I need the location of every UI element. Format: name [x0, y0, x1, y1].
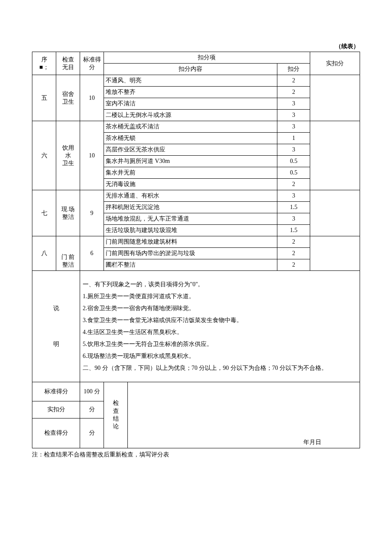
content-cell: 堆放不整齐	[104, 87, 277, 98]
content-cell: 无消毒设施	[104, 179, 277, 190]
header-deduction: 扣分项	[104, 52, 310, 64]
std-score-label-cell: 标准得分	[32, 382, 80, 401]
points-cell: 1.5	[277, 202, 310, 213]
content-cell: 门前周围有场内带出的淤泥与垃圾	[104, 248, 277, 259]
conclusion-label-cell: 检 查 结 论	[104, 382, 128, 448]
points-cell: 1.5	[277, 225, 310, 236]
summary-table: 标准得分 100 分 检 查 结 论 年月日 实扣分 分 检查得分 分	[32, 382, 360, 448]
seq-cell: 七	[32, 190, 56, 236]
table-row: 六 饮用 水 卫生 10 茶水桶无盖或不清洁 3	[32, 121, 360, 133]
table-row: 七 现 场 整洁 9 无排水通道、有积水 3	[32, 190, 360, 202]
conclusion-cell: 年月日	[128, 382, 360, 448]
item-name-cell: 饮用 水 卫生	[56, 121, 80, 190]
std-score-value-cell: 100 分	[80, 382, 104, 401]
content-cell: 圃栏不整洁	[104, 259, 277, 271]
content-cell: 拌和机附近无沉淀池	[104, 202, 277, 213]
header-item: 检查 无目	[56, 52, 80, 75]
points-cell: 3	[277, 190, 310, 202]
content-cell: 茶水桶无盖或不清洁	[104, 121, 277, 133]
header-deduction-points: 扣分	[277, 64, 310, 75]
std-score-cell: 6	[80, 236, 104, 271]
content-cell: 不通风、明亮	[104, 75, 277, 87]
content-cell: 高层作业区无茶水供应	[104, 144, 277, 156]
actual-value-cell: 分	[80, 401, 104, 418]
points-cell: 2	[277, 259, 310, 271]
check-score-label-cell: 检查得分	[32, 418, 80, 448]
item-name-cell: 门 前 整洁	[56, 236, 80, 271]
actual-cell	[310, 121, 360, 190]
std-score-cell: 10	[80, 75, 104, 121]
content-cell: 集水井与厕所河道 V30m	[104, 156, 277, 167]
check-score-value-cell: 分	[80, 418, 104, 448]
header-actual-deduction: 实扣分	[310, 52, 360, 75]
header-row: 序 ■； 检查 无目 标准得 分 扣分项 实扣分	[32, 52, 360, 64]
header-std-score: 标准得 分	[80, 52, 104, 75]
item-name-cell: 宿舍 卫生	[56, 75, 80, 121]
actual-cell	[310, 190, 360, 236]
header-deduction-content: 扣分内容	[104, 64, 277, 75]
footnote: 注：检查结果不合格需整改后重新检查，填写评分表	[32, 451, 360, 459]
points-cell: 2	[277, 87, 310, 98]
actual-label-cell: 实扣分	[32, 401, 80, 418]
points-cell: 2	[277, 75, 310, 87]
points-cell: 1	[277, 133, 310, 144]
notes-row: 说 明 一、有下列现象之一的，该类目项得分为"0"。 1.厕所卫生类一一粪便直排…	[32, 271, 360, 382]
table-row: 五 宿舍 卫生 10 不通风、明亮 2	[32, 75, 360, 87]
content-cell: 场地堆放混乱，无人车正常通道	[104, 213, 277, 225]
points-cell: 0.5	[277, 156, 310, 167]
table-row: 八 门 前 整洁 6 门前周围随意堆放建筑材料 2	[32, 236, 360, 248]
continued-label: （续表）	[32, 43, 360, 50]
content-cell: 茶水桶无锁	[104, 133, 277, 144]
seq-cell: 六	[32, 121, 56, 190]
points-cell: 2	[277, 179, 310, 190]
points-cell: 2	[277, 236, 310, 248]
header-seq: 序 ■；	[32, 52, 56, 75]
seq-cell: 八	[32, 236, 56, 271]
notes-content: 一、有下列现象之一的，该类目项得分为"0"。 1.厕所卫生类一一粪便直排河道或下…	[80, 271, 360, 382]
inspection-table: 序 ■； 检查 无目 标准得 分 扣分项 实扣分 扣分内容 扣分 五 宿舍 卫生…	[32, 52, 360, 382]
points-cell: 3	[277, 110, 310, 121]
content-cell: 生活垃圾肮与建筑垃圾混堆	[104, 225, 277, 236]
actual-cell	[310, 75, 360, 121]
summary-row: 标准得分 100 分 检 查 结 论 年月日	[32, 382, 360, 401]
points-cell: 3	[277, 121, 310, 133]
std-score-cell: 9	[80, 190, 104, 236]
content-cell: 门前周围随意堆放建筑材料	[104, 236, 277, 248]
content-cell: 集水井无前	[104, 167, 277, 179]
points-cell: 3	[277, 98, 310, 110]
notes-label: 说 明	[32, 271, 80, 382]
actual-cell	[310, 236, 360, 271]
content-cell: 二楼以上无倒水斗或水源	[104, 110, 277, 121]
std-score-cell: 10	[80, 121, 104, 190]
content-cell: 无排水通道、有积水	[104, 190, 277, 202]
points-cell: 3	[277, 144, 310, 156]
points-cell: 0.5	[277, 167, 310, 179]
seq-cell: 五	[32, 75, 56, 121]
content-cell: 室内不清洁	[104, 98, 277, 110]
points-cell: 3	[277, 213, 310, 225]
points-cell: 2	[277, 248, 310, 259]
item-name-cell: 现 场 整洁	[56, 190, 80, 236]
